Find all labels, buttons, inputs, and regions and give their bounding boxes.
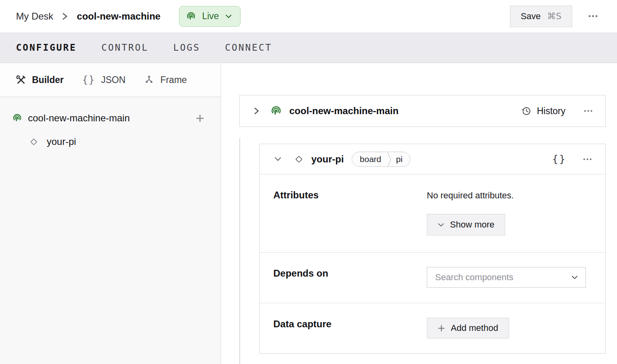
tree-item-machine-part[interactable]: cool-new-machine-main xyxy=(0,108,221,129)
part-card: cool-new-machine-main History xyxy=(239,95,606,127)
braces-icon: {} xyxy=(82,74,95,85)
add-method-label: Add method xyxy=(451,323,498,333)
content-area: Builder {} JSON Frame xyxy=(0,63,617,364)
live-status-label: Live xyxy=(202,11,219,22)
search-components-input[interactable] xyxy=(435,272,571,283)
attributes-label: Attributes xyxy=(273,189,427,201)
component-card-your-pi: your-pi board pi {} xyxy=(259,144,606,354)
component-icon xyxy=(294,154,304,164)
tree-item-label: your-pi xyxy=(47,136,76,147)
depends-on-section: Depends on xyxy=(260,252,605,303)
chevron-right-icon xyxy=(62,12,68,21)
tab-control[interactable]: CONTROL xyxy=(102,40,149,55)
config-canvas: cool-new-machine-main History xyxy=(221,63,617,364)
part-card-actions: History xyxy=(521,106,594,117)
tree-item-label: cool-new-machine-main xyxy=(28,113,130,124)
view-tab-builder[interactable]: Builder xyxy=(16,75,64,85)
save-button[interactable]: Save ⌘S xyxy=(510,6,572,27)
chevron-down-icon xyxy=(438,223,444,227)
component-menu-button[interactable] xyxy=(581,156,593,162)
attributes-section: Attributes No required attributes. Show … xyxy=(260,174,605,252)
tab-logs[interactable]: LOGS xyxy=(173,40,200,55)
tree-item-your-pi[interactable]: your-pi xyxy=(0,132,221,152)
chevron-down-icon xyxy=(571,275,578,280)
header-actions: Save ⌘S xyxy=(510,6,599,27)
part-expand-button[interactable] xyxy=(252,105,261,117)
machine-part-tree: cool-new-machine-main your-pi xyxy=(0,97,221,152)
chevron-down-icon xyxy=(274,156,282,162)
view-tab-json[interactable]: {} JSON xyxy=(82,74,125,85)
show-more-button[interactable]: Show more xyxy=(427,214,505,235)
component-card-header: your-pi board pi {} xyxy=(260,144,605,174)
view-tab-builder-label: Builder xyxy=(32,75,64,85)
attributes-value: No required attributes. Show more xyxy=(427,189,514,235)
component-card-actions: {} xyxy=(552,153,593,165)
tab-configure[interactable]: CONFIGURE xyxy=(16,40,77,55)
component-type-badge: board pi xyxy=(352,152,410,167)
view-tab-frame[interactable]: Frame xyxy=(144,75,187,85)
nesting-guide-line xyxy=(239,138,240,364)
show-more-label: Show more xyxy=(450,220,494,230)
viam-machine-page: My Desk cool-new-machine Live xyxy=(0,0,617,364)
live-icon xyxy=(12,113,22,123)
breadcrumb-parent[interactable]: My Desk xyxy=(16,11,53,22)
component-icon xyxy=(29,137,39,147)
component-card-title: your-pi xyxy=(311,154,344,165)
main-nav-tabs: CONFIGURE CONTROL LOGS CONNECT xyxy=(0,32,617,63)
badge-divider xyxy=(387,152,392,166)
save-button-label: Save xyxy=(521,11,541,22)
chevron-down-icon xyxy=(225,14,232,19)
breadcrumb: My Desk cool-new-machine xyxy=(16,11,161,22)
plus-icon xyxy=(438,324,445,332)
component-type: board xyxy=(352,152,387,166)
view-tab-json-label: JSON xyxy=(101,75,125,85)
ellipsis-icon xyxy=(584,110,593,112)
history-button[interactable]: History xyxy=(521,106,565,117)
part-card-title: cool-new-machine-main xyxy=(289,105,398,117)
live-status-dropdown[interactable]: Live xyxy=(179,6,241,27)
header-overflow-menu-button[interactable] xyxy=(587,13,599,19)
edit-json-icon[interactable]: {} xyxy=(552,153,566,165)
history-icon xyxy=(521,106,532,117)
chevron-right-icon xyxy=(253,107,260,115)
attributes-empty-text: No required attributes. xyxy=(427,189,514,201)
live-icon xyxy=(186,11,196,22)
sidebar: Builder {} JSON Frame xyxy=(0,63,221,364)
history-button-label: History xyxy=(537,106,565,117)
depends-on-select[interactable] xyxy=(427,267,586,288)
component-collapse-button[interactable] xyxy=(273,155,283,163)
save-shortcut-hint: ⌘S xyxy=(547,11,561,21)
add-method-button[interactable]: Add method xyxy=(427,318,509,338)
depends-on-label: Depends on xyxy=(273,267,427,279)
tab-connect[interactable]: CONNECT xyxy=(225,40,272,55)
add-component-button[interactable] xyxy=(194,112,206,125)
tools-icon xyxy=(16,75,26,85)
breadcrumb-current: cool-new-machine xyxy=(77,11,160,22)
data-capture-label: Data capture xyxy=(273,318,427,330)
ellipsis-icon xyxy=(588,15,598,18)
ellipsis-icon xyxy=(583,158,592,160)
data-capture-section: Data capture Add method xyxy=(260,303,605,354)
config-view-switcher: Builder {} JSON Frame xyxy=(0,63,221,97)
app-header: My Desk cool-new-machine Live xyxy=(0,0,617,32)
frame-icon xyxy=(144,75,154,85)
live-icon xyxy=(270,105,282,117)
data-capture-value: Add method xyxy=(427,318,509,338)
part-menu-button[interactable] xyxy=(582,108,594,114)
depends-on-value xyxy=(427,267,586,288)
component-model: pi xyxy=(392,152,410,166)
plus-icon xyxy=(195,114,205,123)
view-tab-frame-label: Frame xyxy=(160,75,187,85)
